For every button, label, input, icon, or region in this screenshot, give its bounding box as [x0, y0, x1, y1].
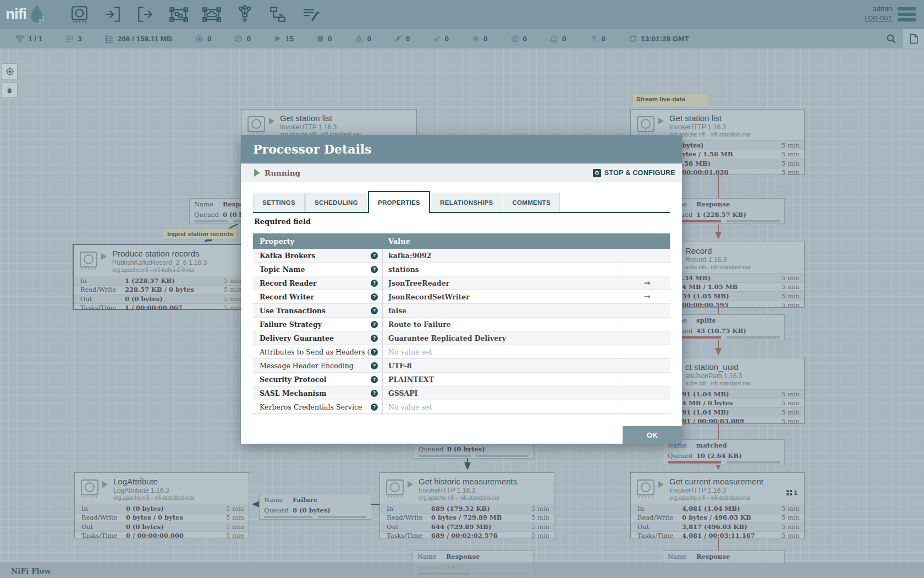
logout-link[interactable]: LOG OUT: [865, 15, 892, 21]
property-row-topic-name[interactable]: Topic Name? stations: [253, 263, 670, 276]
process-group-icon[interactable]: [166, 2, 191, 27]
property-row-delivery-guarantee[interactable]: Delivery Guarantee? Guarantee Replicated…: [253, 331, 670, 345]
global-menu-icon[interactable]: [898, 7, 916, 21]
processor-stamp-icon: [246, 115, 266, 137]
svg-text:?: ?: [591, 35, 596, 43]
property-row-security-protocol[interactable]: Security Protocol? PLAINTEXT: [253, 373, 670, 386]
template-icon[interactable]: [265, 2, 290, 27]
connection-response-right-bottom[interactable]: NameResponse: [663, 550, 785, 564]
running-state-icon: [658, 481, 664, 488]
operate-palette-button[interactable]: [2, 82, 18, 98]
help-icon[interactable]: ?: [371, 335, 378, 342]
property-row-record-writer[interactable]: Record Writer? JsonRecordSetWriter →: [253, 290, 670, 304]
last-refresh-time: 13:01:28 GMT: [641, 35, 689, 43]
running-state-icon: [101, 253, 107, 260]
processor-produce-station-records[interactable]: Produce station records PublishKafkaReco…: [73, 244, 248, 310]
help-icon[interactable]: ?: [371, 348, 378, 356]
help-icon[interactable]: ?: [371, 390, 378, 397]
processor-logattribute[interactable]: LogAttribute LogAttribute 1.16.3 org.apa…: [74, 472, 249, 538]
processor-stamp-icon: [636, 115, 656, 137]
property-row-record-reader[interactable]: Record Reader? JsonTreeReader →: [253, 276, 670, 290]
nifi-droplet-icon: [28, 3, 46, 25]
status-refresh[interactable]: 13:01:28 GMT: [629, 35, 689, 43]
active-thread-count-badge: 1: [787, 489, 798, 496]
search-icon[interactable]: [886, 34, 897, 46]
status-connected-nodes: 1 / 1: [15, 34, 42, 43]
processor-name: Produce station records: [112, 249, 207, 259]
processor-bundle: org.apache.nifi - nifi-standard-nar: [669, 494, 763, 501]
dialog-status-row: Running ⚙ STOP & CONFIGURE: [241, 163, 682, 182]
canvas-label-stream[interactable]: Stream live-data: [632, 94, 709, 106]
status-locally-modified-stale: 0: [550, 35, 566, 43]
help-icon[interactable]: ?: [371, 403, 378, 411]
stop-and-configure-button[interactable]: ⚙ STOP & CONFIGURE: [593, 163, 675, 182]
navigate-palette-button[interactable]: [2, 63, 18, 79]
go-to-service-icon[interactable]: →: [644, 279, 651, 287]
processor-bundle: org.apache.nifi - nifi-standard-nar: [113, 494, 194, 501]
processor-get-current-measurement[interactable]: Get current measurement InvokeHTTP 1.16.…: [630, 472, 805, 538]
label-icon[interactable]: [298, 2, 323, 27]
dialog-header: Processor Details: [241, 135, 682, 163]
help-icon[interactable]: ?: [371, 266, 378, 273]
processor-stamp-icon: [80, 478, 100, 500]
go-to-service-icon[interactable]: →: [644, 292, 651, 301]
ok-button[interactable]: OK: [623, 426, 682, 444]
processor-details-dialog: Processor Details Running ⚙ STOP & CONFI…: [241, 135, 682, 444]
status-stopped: 0: [317, 35, 332, 43]
property-row-kerberos-credentials-service[interactable]: Kerberos Credentials Service? No value s…: [253, 400, 670, 414]
processor-type: InvokeHTTP 1.16.3: [669, 487, 763, 494]
running-state-icon: [658, 118, 664, 124]
property-row-failure-strategy[interactable]: Failure Strategy? Route to Failure: [253, 318, 670, 331]
property-row-kerberos-user-service[interactable]: Kerberos User Service? No value set: [253, 414, 670, 415]
new-window-icon[interactable]: [903, 29, 924, 48]
tab-comments[interactable]: COMMENTS: [503, 193, 559, 212]
running-state-icon: [408, 481, 413, 488]
help-icon[interactable]: ?: [371, 252, 378, 259]
component-toolbar: [67, 2, 331, 27]
property-row-use-transactions[interactable]: Use Transactions? false: [253, 304, 670, 318]
running-state-icon: [102, 481, 108, 488]
processor-type: InvokeHTTP 1.16.3: [669, 123, 750, 131]
funnel-icon[interactable]: [232, 2, 257, 27]
help-icon[interactable]: ?: [371, 307, 378, 314]
status-stale: 0: [511, 35, 527, 43]
status-transmitting: 0: [195, 35, 212, 43]
property-row-message-header-encoding[interactable]: Message Header Encoding? UTF-8: [253, 359, 670, 373]
output-port-icon[interactable]: [133, 2, 158, 27]
processor-type: InvokeHTTP 1.16.3: [280, 123, 361, 131]
canvas-label-ingest[interactable]: Ingest station records: [163, 228, 238, 239]
processor-state-label: Running: [265, 168, 300, 177]
input-port-icon[interactable]: [100, 2, 125, 27]
processor-type: Record 1.16.3: [685, 256, 751, 264]
processor-bundle: org.apache.nifi - nifi-standard-nar: [419, 494, 517, 501]
help-icon[interactable]: ?: [371, 321, 378, 328]
processor-get-historic-measurements[interactable]: Get historic measurements InvokeHTTP 1.1…: [380, 472, 554, 538]
property-row-kafka-brokers[interactable]: Kafka Brokers? kafka:9092: [253, 249, 670, 263]
processor-stamp-icon: [385, 478, 405, 500]
required-field-label: Required field: [254, 217, 311, 226]
processor-stamp-icon: [636, 478, 656, 500]
property-row-sasl-mechanism[interactable]: SASL Mechanism? GSSAPI: [253, 386, 670, 400]
tab-scheduling[interactable]: SCHEDULING: [305, 193, 367, 212]
status-queued-data: 208 / 159.11 MB: [105, 35, 172, 43]
status-active-threads: 3: [65, 35, 82, 43]
tab-settings[interactable]: SETTINGS: [253, 193, 305, 212]
remote-process-group-icon[interactable]: [199, 2, 224, 27]
help-icon[interactable]: ?: [371, 280, 378, 287]
tab-properties[interactable]: PROPERTIES: [368, 191, 430, 213]
processor-name: Get historic measurements: [419, 477, 517, 487]
help-icon[interactable]: ?: [371, 376, 378, 383]
processor-bundle: ache.nifi - nifi-standard-nar: [685, 380, 751, 387]
help-icon[interactable]: ?: [371, 293, 378, 301]
properties-table: Property Value Kafka Brokers? kafka:9092…: [253, 233, 670, 415]
connection-failure[interactable]: NameFailure Queued0 (0 bytes): [259, 494, 371, 520]
current-user: admin: [865, 4, 892, 13]
running-state-icon: [254, 169, 260, 177]
property-row-attributes-headers-regex[interactable]: Attributes to Send as Headers (Regex)? N…: [253, 345, 670, 359]
gear-icon: ⚙: [593, 169, 601, 177]
help-icon[interactable]: ?: [371, 362, 378, 369]
breadcrumb-root[interactable]: NiFi Flow: [11, 566, 51, 575]
status-not-transmitting: 0: [234, 35, 251, 43]
tab-relationships[interactable]: RELATIONSHIPS: [431, 193, 502, 212]
processor-icon[interactable]: [67, 2, 92, 27]
